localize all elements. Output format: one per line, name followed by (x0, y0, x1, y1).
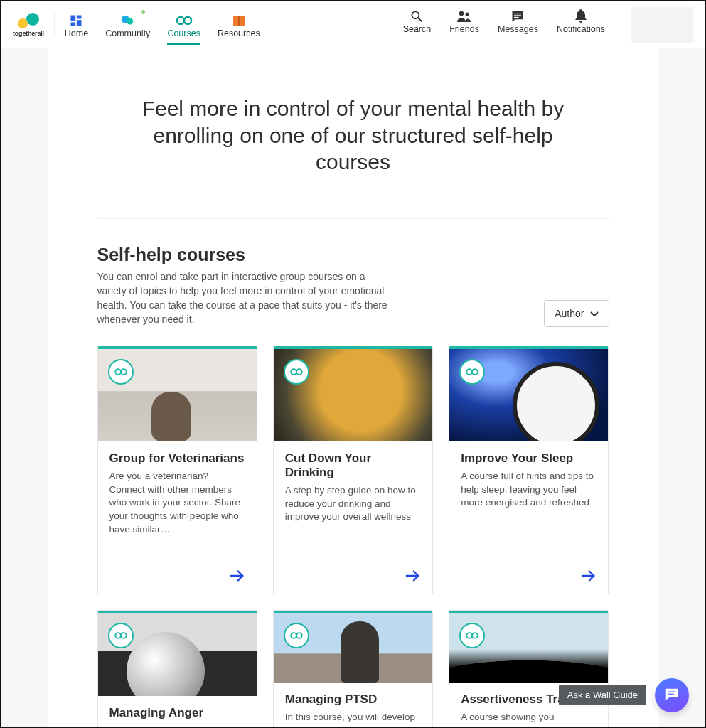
nav-home[interactable]: Home (65, 11, 88, 38)
chat-label-pill[interactable]: Ask a Wall Guide (559, 685, 646, 705)
svg-line-10 (419, 18, 422, 21)
course-card[interactable]: Cut Down Your Drinking A step by step gu… (273, 346, 433, 594)
svg-point-27 (291, 633, 296, 638)
course-thumbnail (449, 613, 608, 682)
course-thumbnail (98, 613, 257, 696)
svg-point-12 (465, 12, 469, 16)
svg-rect-0 (71, 15, 76, 21)
course-thumbnail (449, 349, 608, 441)
course-grid: Group for Veterinarians Are you a veteri… (97, 346, 609, 727)
course-title: Group for Veterinarians (109, 451, 245, 466)
section-description: You can enrol and take part in interacti… (97, 269, 396, 327)
status-dot-icon (141, 9, 146, 14)
course-description: In this course, you will develop a great… (285, 711, 421, 727)
svg-point-23 (472, 369, 478, 375)
course-description: A course full of hints and tips to help … (461, 470, 597, 510)
chat-fab-button[interactable] (655, 678, 689, 712)
nav-messages[interactable]: Messages (498, 7, 538, 34)
chevron-down-icon (590, 308, 599, 319)
arrow-right-icon[interactable] (230, 568, 245, 587)
friends-icon (456, 9, 473, 24)
primary-nav: Home Community Courses Resources (65, 11, 260, 38)
bell-icon (574, 9, 587, 24)
course-description: A course showing you strategies and tech… (461, 711, 597, 727)
home-icon (69, 13, 83, 28)
course-badge-icon (284, 623, 309, 648)
svg-point-17 (121, 369, 127, 375)
svg-point-7 (184, 17, 191, 24)
course-thumbnail (98, 349, 257, 441)
nav-label: Friends (449, 24, 479, 34)
nav-search[interactable]: Search (403, 7, 432, 34)
nav-notifications[interactable]: Notifications (557, 7, 605, 34)
course-description: A course which provides you with a varie… (109, 724, 245, 727)
community-icon (120, 13, 136, 28)
author-filter-button[interactable]: Author (544, 300, 609, 327)
svg-rect-15 (514, 16, 519, 17)
section-title: Self-help courses (97, 245, 396, 265)
nav-label: Notifications (557, 24, 605, 34)
utility-nav: Search Friends Messages Notifications (403, 7, 693, 43)
course-badge-icon (459, 623, 485, 648)
svg-point-28 (296, 633, 302, 638)
course-title: Improve Your Sleep (461, 451, 597, 466)
content-sheet: Feel more in control of your mental heal… (48, 48, 659, 727)
course-card[interactable]: Managing PTSD In this course, you will d… (273, 610, 433, 727)
svg-point-30 (472, 633, 478, 638)
section-header-text: Self-help courses You can enrol and take… (97, 245, 396, 327)
svg-rect-3 (71, 22, 76, 26)
course-thumbnail (274, 349, 432, 441)
search-icon (410, 9, 424, 24)
nav-label: Community (105, 28, 150, 38)
logo-icon (18, 13, 39, 28)
course-card[interactable]: Improve Your Sleep A course full of hint… (449, 346, 609, 594)
course-description: A step by step guide on how to reduce yo… (285, 484, 421, 525)
svg-rect-31 (668, 691, 676, 692)
course-card[interactable]: Assertiveness Training A course showing … (449, 610, 609, 727)
course-badge-icon (108, 359, 134, 385)
nav-resources[interactable]: Resources (218, 11, 260, 38)
svg-point-16 (115, 369, 121, 375)
user-avatar[interactable] (631, 7, 693, 43)
arrow-right-icon[interactable] (405, 568, 421, 587)
brand-logo[interactable]: togetherall (13, 13, 55, 37)
svg-rect-14 (514, 15, 521, 16)
course-badge-icon (284, 359, 309, 385)
messages-icon (510, 9, 525, 24)
svg-rect-13 (514, 13, 521, 14)
top-nav: togetherall Home Community Courses (1, 1, 705, 48)
svg-rect-32 (668, 694, 674, 695)
svg-point-29 (466, 633, 472, 638)
nav-label: Courses (167, 28, 200, 38)
brand-name: togetherall (13, 30, 44, 37)
course-card[interactable]: Group for Veterinarians Are you a veteri… (97, 346, 257, 594)
section-header-row: Self-help courses You can enrol and take… (97, 245, 609, 327)
resources-icon (232, 13, 246, 28)
page-body: Feel more in control of your mental heal… (1, 48, 705, 727)
divider (97, 218, 609, 219)
courses-icon (175, 13, 193, 28)
nav-community[interactable]: Community (105, 11, 150, 38)
arrow-right-icon[interactable] (581, 568, 597, 587)
svg-rect-2 (77, 20, 82, 26)
filter-label: Author (555, 308, 584, 319)
nav-label: Messages (498, 24, 538, 34)
chat-icon (664, 686, 680, 705)
svg-point-5 (127, 18, 133, 24)
svg-point-19 (291, 369, 296, 375)
course-title: Managing PTSD (285, 692, 421, 707)
nav-courses[interactable]: Courses (167, 11, 200, 38)
nav-friends[interactable]: Friends (449, 7, 479, 34)
course-title: Managing Anger (109, 706, 245, 720)
svg-rect-8 (238, 16, 240, 26)
svg-rect-1 (77, 15, 82, 18)
course-title: Cut Down Your Drinking (285, 451, 421, 480)
svg-point-9 (412, 11, 419, 18)
course-card[interactable]: Managing Anger A course which provides y… (97, 610, 257, 727)
svg-point-25 (115, 633, 121, 638)
svg-point-20 (296, 369, 302, 375)
nav-label: Home (65, 28, 88, 38)
course-thumbnail (274, 613, 432, 682)
svg-point-11 (459, 11, 464, 15)
svg-point-22 (466, 369, 472, 375)
